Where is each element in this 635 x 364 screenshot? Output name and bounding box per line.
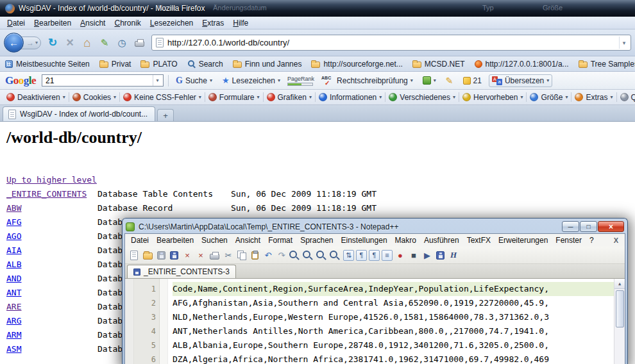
npp-menu-bearbeiten[interactable]: Bearbeiten [153,235,198,245]
bookmark-http-127-0-0-1-8001-a[interactable]: http://127.0.0.1:8001/a... [475,60,569,69]
cut-icon[interactable]: ✂ [223,249,234,261]
dir-link-arg[interactable]: ARG [6,314,97,328]
new-tab-button[interactable]: + [157,109,174,121]
print-icon[interactable] [210,254,219,260]
url-dropdown-icon[interactable] [619,37,629,49]
word-find-button[interactable]: 21 [461,75,484,87]
bookmark-meistbesuchte-seiten[interactable]: Meistbesuchte Seiten [5,60,90,69]
bookmark-finn-und-jannes[interactable]: Finn und Jannes [233,60,302,69]
dir-link-and[interactable]: AND [6,272,97,286]
google-search-box[interactable] [42,74,164,87]
home-icon[interactable] [80,36,94,50]
npp-menu-erweiterungen[interactable]: Erweiterungen [495,235,552,245]
close-button[interactable] [598,221,624,232]
sync-scroll-icon[interactable]: ⇅ [343,250,354,261]
history-clock-icon[interactable] [115,36,129,50]
zoom-out-icon[interactable] [330,249,341,261]
save-all-icon[interactable] [170,251,178,260]
npp-menu-suchen[interactable]: Suchen [198,235,232,245]
up-to-higher-level-link[interactable]: Up to higher level [6,173,97,187]
webdev-gr-e[interactable]: Größe [527,92,571,103]
translate-button[interactable]: Übersetzen [489,74,552,87]
webdev-formulare[interactable]: Formulare [205,92,263,103]
menu-item-lesezeichen[interactable]: Lesezeichen [146,18,198,28]
spellcheck-button[interactable]: Rechtschreibprüfung [319,74,416,87]
webdev-informationen[interactable]: Informationen [316,92,385,103]
url-input[interactable] [167,38,615,47]
record-macro-icon[interactable]: ● [394,249,406,261]
dir-link-are[interactable]: ARE [6,300,97,314]
menu-item-bearbeiten[interactable]: Bearbeiten [30,18,76,28]
document-tab[interactable]: _ENTIRE_CONTENTS-3 [127,265,236,278]
save-icon[interactable] [157,251,165,260]
reload-icon[interactable] [46,36,60,50]
compose-icon[interactable] [97,36,112,50]
npp-menu-fenster[interactable]: Fenster [552,235,586,245]
new-file-icon[interactable] [130,251,138,260]
bookmark-tree-samples[interactable]: Tree Samples [579,60,635,69]
webdev-deaktivieren[interactable]: Deaktivieren [3,92,69,103]
maximize-button[interactable] [580,221,597,232]
npp-menu-[interactable]: ? [586,235,598,245]
textfx-h-icon[interactable]: H [448,249,459,261]
url-bar[interactable] [151,35,631,51]
editor[interactable]: 123456 Code,Name,Continent,Region,Surfac… [125,279,625,364]
google-bookmarks-button[interactable]: Lesezeichen [219,74,283,87]
dir-link-abw[interactable]: ABW [6,201,97,215]
search-dropdown-icon[interactable] [153,75,162,86]
bookmark-mcsd-net[interactable]: MCSD.NET [412,60,465,69]
undo-icon[interactable]: ↶ [262,249,274,261]
firefox-titlebar[interactable]: WsgiDAV - Index of /world-db/country/ - … [0,0,635,17]
menu-item-extras[interactable]: Extras [198,18,228,28]
menu-item-chronik[interactable]: Chronik [110,18,145,28]
notepadpp-window[interactable]: C:\Users\Martin\AppData\Local\Temp\_ENTI… [122,218,628,364]
webdev-cookies[interactable]: Cookies [69,92,119,103]
stop-macro-icon[interactable]: ■ [408,249,419,261]
highlighter-button[interactable] [443,74,456,87]
npp-menu-format[interactable]: Format [264,235,296,245]
paste-icon[interactable] [251,251,258,260]
menu-item-ansicht[interactable]: Ansicht [76,18,110,28]
bookmark-privat[interactable]: Privat [99,60,131,69]
scrollbar-thumb[interactable] [616,290,624,327]
play-macro-icon[interactable]: ▶ [421,249,433,261]
webdev-hervorheben[interactable]: Hervorheben [459,92,526,103]
dir-link-alb[interactable]: ALB [6,258,97,272]
dir-link-afg[interactable]: AFG [6,215,97,229]
bookmark-plato[interactable]: PLATO [140,60,177,69]
find-icon[interactable] [289,249,301,261]
dir-link-aia[interactable]: AIA [6,244,97,258]
stop-icon[interactable] [63,36,77,50]
back-button[interactable] [4,33,24,53]
dir-link-ant[interactable]: ANT [6,286,97,300]
npp-menu-sprachen[interactable]: Sprachen [296,235,337,245]
redo-icon[interactable]: ↷ [276,249,287,261]
webdev-verschiedenes[interactable]: Verschiedenes [385,92,459,103]
dir-link-arm[interactable]: ARM [6,328,97,342]
dir-link-ago[interactable]: AGO [6,229,97,244]
indent-guide-icon[interactable]: ≡ [382,250,393,261]
copy-icon[interactable] [236,249,248,261]
tab-wsgidav[interactable]: WsgiDAV - Index of /world-db/count... [3,106,155,121]
webdev-quelltext[interactable]: Quelltext [617,92,635,103]
google-search-input[interactable] [46,76,153,85]
menu-item-hilfe[interactable]: Hilfe [228,18,253,28]
dir-link-asm[interactable]: ASM [6,342,97,356]
bookmark-search[interactable]: Search [187,60,223,69]
show-symbols-icon[interactable]: ¶ [369,250,380,261]
close-document-icon[interactable]: X [609,236,623,244]
zoom-in-icon[interactable] [316,249,328,261]
replace-icon[interactable] [303,249,314,261]
close-all-icon[interactable]: × [195,249,207,261]
word-wrap-icon[interactable]: ¶ [356,250,367,261]
google-search-button[interactable]: Suche [173,74,215,87]
npp-menu-makro[interactable]: Makro [391,235,420,245]
minimize-button[interactable] [562,221,579,232]
npp-menu-datei[interactable]: Datei [127,235,153,245]
menu-item-datei[interactable]: Datei [3,18,30,28]
editor-scrollbar[interactable] [614,279,625,364]
print-icon[interactable] [132,36,146,50]
save-macro-icon[interactable] [436,251,444,260]
npp-menu-textfx[interactable]: TextFX [463,235,495,245]
npp-menu-einstellungen[interactable]: Einstellungen [337,235,391,245]
